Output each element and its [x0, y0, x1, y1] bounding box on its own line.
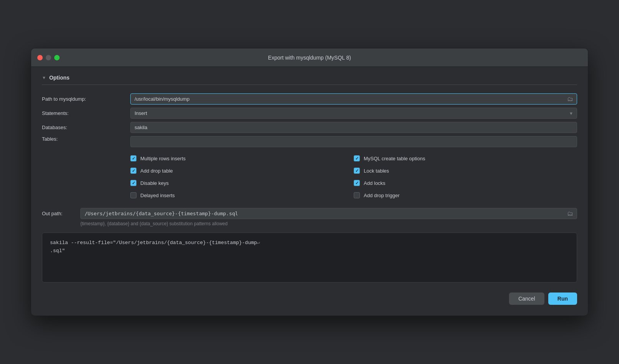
- window-title: Export with mysqldump (MySQL 8): [268, 55, 351, 61]
- traffic-lights: [37, 55, 60, 60]
- multiple-rows-label[interactable]: Multiple rows inserts: [140, 156, 186, 161]
- add-drop-trigger-checkbox[interactable]: [354, 192, 360, 198]
- checkmark-icon: ✓: [132, 156, 135, 161]
- cancel-button[interactable]: Cancel: [509, 293, 544, 305]
- out-path-label: Out path:: [42, 211, 80, 216]
- section-title: Options: [49, 75, 70, 81]
- delayed-inserts-label[interactable]: Delayed inserts: [140, 193, 175, 198]
- close-button[interactable]: [37, 55, 43, 60]
- form-grid: Path to mysqldump: 🗂 Statements: Insert …: [42, 92, 577, 149]
- minimize-button[interactable]: [46, 55, 51, 60]
- tables-control: [130, 136, 577, 147]
- checkmark-icon: ✓: [355, 181, 359, 185]
- statements-select[interactable]: Insert Insert Ignore Replace: [130, 108, 577, 119]
- disable-keys-label[interactable]: Disable keys: [140, 180, 169, 186]
- section-chevron-icon: ▼: [42, 75, 46, 80]
- path-row: Path to mysqldump: 🗂: [42, 92, 577, 106]
- tables-label: Tables:: [42, 136, 130, 142]
- checkbox-col-2: ✓ MySQL create table options ✓ Lock tabl…: [354, 153, 577, 201]
- add-drop-trigger-label[interactable]: Add drop trigger: [364, 193, 399, 198]
- add-locks-checkbox[interactable]: ✓: [354, 180, 360, 186]
- add-locks-label[interactable]: Add locks: [364, 180, 385, 186]
- checkmark-icon: ✓: [132, 181, 135, 185]
- out-path-section: Out path: 🗂 {timestamp}, {database} and …: [42, 208, 577, 226]
- path-input[interactable]: [130, 93, 577, 105]
- databases-row: Databases:: [42, 120, 577, 135]
- titlebar: Export with mysqldump (MySQL 8): [31, 48, 588, 67]
- out-path-folder-icon[interactable]: 🗂: [567, 210, 573, 217]
- lock-tables-checkbox[interactable]: ✓: [354, 168, 360, 174]
- tables-input[interactable]: [130, 136, 577, 147]
- lock-tables-label[interactable]: Lock tables: [364, 168, 389, 174]
- command-text: sakila --result-file="/Users/jetbrains/{…: [50, 239, 569, 255]
- databases-control: [130, 122, 577, 133]
- databases-label: Databases:: [42, 125, 130, 130]
- options-section-header: ▼ Options: [42, 75, 577, 85]
- checkboxes-section: ✓ Multiple rows inserts ✓ Add drop table…: [130, 149, 577, 205]
- checkbox-delayed-inserts: Delayed inserts: [130, 189, 354, 201]
- path-label: Path to mysqldump:: [42, 96, 130, 102]
- command-preview: sakila --result-file="/Users/jetbrains/{…: [42, 233, 577, 283]
- multiple-rows-checkbox[interactable]: ✓: [130, 155, 136, 161]
- disable-keys-checkbox[interactable]: ✓: [130, 180, 136, 186]
- statements-label: Statements:: [42, 110, 130, 116]
- maximize-button[interactable]: [54, 55, 60, 60]
- footer: Cancel Run: [42, 289, 577, 305]
- checkbox-add-drop-table: ✓ Add drop table: [130, 165, 354, 176]
- checkmark-icon: ✓: [355, 156, 359, 161]
- statements-row: Statements: Insert Insert Ignore Replace…: [42, 106, 577, 120]
- statements-control: Insert Insert Ignore Replace ▼: [130, 108, 577, 119]
- databases-input[interactable]: [130, 122, 577, 133]
- out-path-hint: {timestamp}, {database} and {data_source…: [80, 221, 577, 226]
- out-path-row: Out path: 🗂: [42, 208, 577, 219]
- path-control: 🗂: [130, 93, 577, 105]
- out-path-input-wrapper: 🗂: [80, 208, 577, 219]
- path-folder-icon[interactable]: 🗂: [567, 96, 573, 103]
- tables-row: Tables:: [42, 135, 577, 149]
- content-area: ▼ Options Path to mysqldump: 🗂 Statement…: [31, 67, 588, 316]
- run-button[interactable]: Run: [548, 293, 577, 305]
- add-drop-table-label[interactable]: Add drop table: [140, 168, 173, 174]
- checkbox-disable-keys: ✓ Disable keys: [130, 177, 354, 189]
- checkbox-col-1: ✓ Multiple rows inserts ✓ Add drop table…: [130, 153, 354, 201]
- checkbox-multiple-rows: ✓ Multiple rows inserts: [130, 153, 354, 164]
- out-path-input[interactable]: [80, 208, 577, 219]
- checkmark-icon: ✓: [132, 169, 135, 173]
- mysql-create-table-label[interactable]: MySQL create table options: [364, 156, 425, 161]
- checkbox-add-drop-trigger: Add drop trigger: [354, 189, 577, 201]
- checkbox-lock-tables: ✓ Lock tables: [354, 165, 577, 176]
- checkbox-add-locks: ✓ Add locks: [354, 177, 577, 189]
- checkbox-mysql-create-table: ✓ MySQL create table options: [354, 153, 577, 164]
- mysql-create-table-checkbox[interactable]: ✓: [354, 155, 360, 161]
- add-drop-table-checkbox[interactable]: ✓: [130, 168, 136, 174]
- delayed-inserts-checkbox[interactable]: [130, 192, 136, 198]
- main-window: Export with mysqldump (MySQL 8) ▼ Option…: [31, 48, 588, 316]
- checkmark-icon: ✓: [355, 169, 359, 173]
